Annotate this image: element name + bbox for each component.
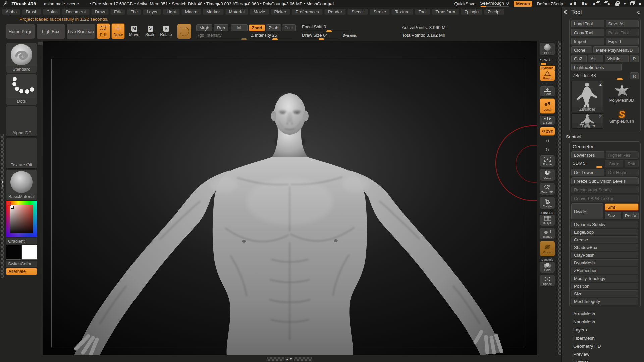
default-zscript-button[interactable]: DefaultZScript	[537, 1, 564, 6]
brush-selector[interactable]: Standard	[6, 43, 37, 73]
home-page-button[interactable]: Home Page	[6, 24, 35, 39]
m-button[interactable]: M	[231, 24, 248, 31]
active-tool-thumbnail[interactable]: 2 ZBuilder	[571, 81, 603, 112]
xpose-button[interactable]: Xpose	[540, 275, 555, 287]
tool-section-header[interactable]: Geometry HD	[562, 342, 644, 350]
menu-item[interactable]: Draw	[91, 9, 109, 15]
rotate-z-button[interactable]: ↻	[540, 146, 555, 153]
menu-item[interactable]: Stencil	[347, 9, 368, 15]
geometry-subsection-header[interactable]: Position	[571, 283, 639, 290]
tool-section-header[interactable]: NanoMesh	[562, 318, 644, 326]
menu-item[interactable]: Tool	[415, 9, 430, 15]
collapse-right-tray-icon[interactable]: ▶	[581, 2, 587, 6]
geometry-subsection-header[interactable]: Modify Topology	[571, 275, 639, 282]
scrub-track-left[interactable]	[267, 357, 284, 361]
tool-section-header[interactable]: Layers	[562, 326, 644, 334]
menu-item[interactable]: Macro	[181, 9, 201, 15]
rgb-button[interactable]: Rgb	[214, 24, 228, 31]
polymesh3d-tool[interactable]: PolyMesh3D	[605, 81, 639, 105]
ghost-button[interactable]: Ghost	[540, 241, 555, 256]
menu-item[interactable]: Brush	[22, 9, 41, 15]
tool-section-header[interactable]: ArrayMesh	[562, 310, 644, 318]
see-through-track[interactable]	[480, 6, 509, 7]
goz-all-button[interactable]: All	[588, 55, 603, 62]
zoom3d-button[interactable]: Zoom3D	[540, 183, 555, 195]
quicksave-button[interactable]: QuickSave	[454, 1, 475, 6]
smt-toggle[interactable]: Smt	[605, 203, 639, 211]
live-boolean-button[interactable]: Live Boolean	[66, 24, 95, 39]
minimize-icon[interactable]: ▾	[624, 2, 626, 6]
xyz-rotation-button[interactable]: ↺XYZ	[540, 127, 555, 136]
alternate-button[interactable]: Alternate	[6, 268, 37, 275]
geometry-subsection-header[interactable]: ShadowBox	[571, 244, 639, 251]
rotate-mode-button[interactable]: R Rotate	[158, 23, 174, 39]
tool-section-header[interactable]: Surface	[562, 358, 644, 362]
load-tool-button[interactable]: Load Tool	[571, 20, 604, 27]
scrub-down-icon[interactable]: ▼	[289, 357, 292, 361]
z-intensity-slider[interactable]: Z Intensity 25	[251, 33, 292, 39]
reconstruct-subdiv-button[interactable]: Reconstruct Subdiv	[571, 186, 639, 193]
menu-item[interactable]: Color	[43, 9, 60, 15]
menu-item[interactable]: Alpha	[2, 9, 20, 15]
del-lower-button[interactable]: Del Lower	[571, 169, 604, 176]
scrub-up-icon[interactable]: ▲	[286, 357, 289, 361]
lsym-button[interactable]: L.Sym	[540, 115, 555, 125]
polyframe-button[interactable]: PolyF	[540, 214, 555, 226]
scrub-arrows[interactable]: ▲▼	[285, 357, 293, 361]
sdiv-slider[interactable]: SDiv 5	[571, 160, 603, 167]
geometry-subsection-header[interactable]: MeshIntegrity	[571, 298, 639, 305]
geometry-subsection-header[interactable]: EdgeLoop	[571, 229, 639, 236]
menu-item[interactable]: Marker	[203, 9, 223, 15]
move-canvas-button[interactable]: Move	[540, 169, 555, 181]
next-window-icon[interactable]: ▶	[604, 2, 610, 6]
see-through-slider[interactable]: See-through 0	[480, 1, 509, 7]
color-picker-hue-cursor[interactable]	[7, 202, 11, 206]
color-picker[interactable]	[6, 201, 37, 237]
floor-axes-hint[interactable]: x y z	[542, 82, 552, 85]
menu-item[interactable]: Stroke	[370, 9, 390, 15]
bpr-render-button[interactable]: BPR	[540, 42, 555, 56]
cage-button[interactable]: Cage	[605, 160, 623, 167]
goz-button[interactable]: GoZ	[571, 55, 587, 62]
left-tray-scrollbar[interactable]	[1, 134, 4, 278]
goz-visible-button[interactable]: Visible	[605, 55, 629, 62]
geometry-subsection-header[interactable]: ZRemesher	[571, 267, 639, 274]
menu-item[interactable]: Light	[163, 9, 180, 15]
menu-item[interactable]: Texture	[391, 9, 413, 15]
material-selector[interactable]: BasicMaterial	[6, 170, 37, 200]
close-icon[interactable]: ×	[638, 1, 641, 7]
lightbox-tools-button[interactable]: Lightbox▶Tools	[571, 64, 622, 71]
lower-res-button[interactable]: Lower Res	[571, 151, 604, 159]
import-button[interactable]: Import	[571, 38, 604, 45]
prev-window-icon[interactable]: ◀	[592, 2, 599, 6]
color-picker-sv-cursor[interactable]	[11, 206, 14, 209]
main-color-swatch[interactable]	[6, 245, 21, 260]
transp-button[interactable]: Transp	[540, 228, 555, 239]
simplebrush-tool[interactable]: S SimpleBrush	[605, 105, 639, 129]
local-button[interactable]: Local	[540, 98, 555, 114]
geometry-section-header[interactable]: Geometry	[571, 143, 639, 151]
menu-item[interactable]: Edit	[110, 9, 125, 15]
geometry-subsection-header[interactable]: Dynamic Subdiv	[571, 221, 639, 228]
menu-item[interactable]: Material	[225, 9, 248, 15]
rotate-y-button[interactable]: ↺	[540, 137, 555, 144]
divide-button[interactable]: Divide	[571, 203, 603, 220]
panel-collapse-icon[interactable]	[563, 9, 569, 16]
rstr-button[interactable]: Rstr	[625, 160, 639, 167]
stroke-selector[interactable]: Dots	[6, 74, 37, 105]
collapse-left-tray-icon[interactable]: ◀	[569, 2, 576, 6]
export-button[interactable]: Export	[606, 38, 639, 45]
goz-r-button[interactable]: R	[630, 55, 639, 62]
lightbox-button[interactable]: LightBox	[36, 24, 65, 39]
floor-button[interactable]: Floor	[540, 86, 555, 97]
restore-icon[interactable]	[630, 2, 634, 5]
rotate-canvas-button[interactable]: Rotate	[540, 197, 555, 209]
subtool-section-header[interactable]: Subtool	[562, 132, 644, 141]
scale-mode-button[interactable]: S Scale	[143, 23, 158, 39]
menu-item[interactable]: Zplugin	[461, 9, 482, 15]
tool-section-header[interactable]: Preview	[562, 350, 644, 358]
higher-res-button[interactable]: Higher Res	[606, 151, 639, 159]
move-mode-button[interactable]: M Move	[127, 23, 142, 39]
clone-button[interactable]: Clone	[571, 46, 592, 54]
save-as-button[interactable]: Save As	[606, 20, 639, 27]
